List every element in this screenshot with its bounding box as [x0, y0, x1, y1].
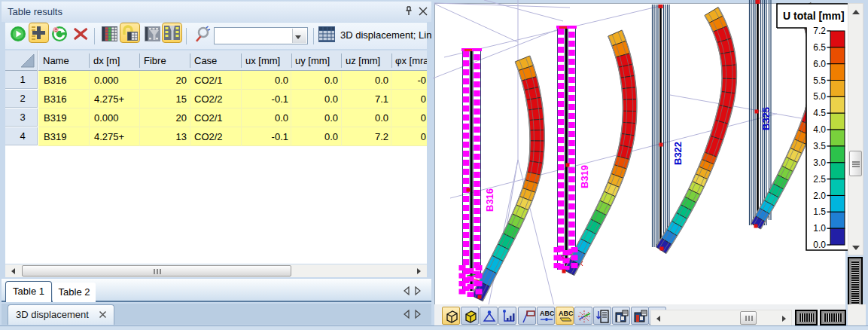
- svg-text:3.0: 3.0: [813, 157, 826, 168]
- svg-text:6.0: 6.0: [813, 59, 826, 69]
- svg-text:6.5: 6.5: [813, 42, 826, 53]
- svg-text:7.2: 7.2: [813, 26, 826, 36]
- svg-text:4.0: 4.0: [813, 124, 826, 135]
- svg-text:3.5: 3.5: [813, 141, 826, 151]
- svg-text:0.0: 0.0: [813, 240, 826, 250]
- svg-text:ABC: ABC: [559, 310, 574, 317]
- svg-text:B322: B322: [672, 142, 684, 165]
- svg-text:B316: B316: [484, 188, 495, 212]
- svg-text:2.0: 2.0: [813, 191, 826, 201]
- svg-text:5.0: 5.0: [813, 91, 826, 102]
- svg-text:ABC: ABC: [540, 310, 555, 317]
- svg-text:4.5: 4.5: [813, 108, 826, 118]
- svg-text:B319: B319: [579, 165, 590, 188]
- svg-text:1.5: 1.5: [813, 206, 826, 217]
- svg-text:1.0: 1.0: [813, 223, 826, 234]
- svg-text:U total [mm]: U total [mm]: [783, 10, 845, 22]
- svg-text:2.5: 2.5: [813, 174, 826, 185]
- svg-text:5.5: 5.5: [813, 75, 826, 86]
- svg-text:B325: B325: [760, 107, 772, 130]
